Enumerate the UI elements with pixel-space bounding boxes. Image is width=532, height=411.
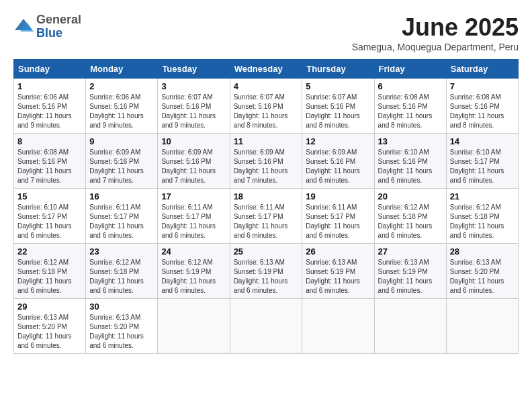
day-info: Sunrise: 6:10 AM Sunset: 5:17 PM Dayligh…	[450, 148, 515, 185]
calendar-day: 24Sunrise: 6:12 AM Sunset: 5:19 PM Dayli…	[158, 244, 230, 299]
day-number: 11	[234, 136, 299, 146]
day-info: Sunrise: 6:08 AM Sunset: 5:16 PM Dayligh…	[378, 93, 443, 130]
day-info: Sunrise: 6:12 AM Sunset: 5:18 PM Dayligh…	[17, 258, 82, 295]
calendar-day: 2Sunrise: 6:06 AM Sunset: 5:16 PM Daylig…	[86, 79, 158, 134]
day-info: Sunrise: 6:11 AM Sunset: 5:17 PM Dayligh…	[161, 203, 226, 240]
calendar-day	[374, 299, 446, 354]
calendar-day: 25Sunrise: 6:13 AM Sunset: 5:19 PM Dayli…	[230, 244, 302, 299]
column-header-friday: Friday	[374, 60, 446, 79]
calendar-body: 1Sunrise: 6:06 AM Sunset: 5:16 PM Daylig…	[14, 79, 519, 354]
day-number: 16	[89, 191, 154, 201]
calendar-day: 19Sunrise: 6:11 AM Sunset: 5:17 PM Dayli…	[302, 189, 374, 244]
calendar-week-3: 15Sunrise: 6:10 AM Sunset: 5:17 PM Dayli…	[14, 189, 519, 244]
day-number: 12	[306, 136, 370, 146]
calendar-week-2: 8Sunrise: 6:08 AM Sunset: 5:16 PM Daylig…	[14, 134, 519, 189]
day-number: 4	[234, 81, 299, 91]
title-area: June 2025 Samegua, Moquegua Department, …	[352, 13, 519, 52]
logo-blue: Blue	[36, 27, 81, 40]
calendar-day: 14Sunrise: 6:10 AM Sunset: 5:17 PM Dayli…	[446, 134, 518, 189]
logo-general: General	[36, 13, 81, 27]
calendar-day: 23Sunrise: 6:12 AM Sunset: 5:18 PM Dayli…	[86, 244, 158, 299]
day-info: Sunrise: 6:07 AM Sunset: 5:16 PM Dayligh…	[306, 93, 370, 130]
day-info: Sunrise: 6:09 AM Sunset: 5:16 PM Dayligh…	[161, 148, 226, 185]
day-info: Sunrise: 6:11 AM Sunset: 5:17 PM Dayligh…	[234, 203, 299, 240]
day-number: 28	[450, 246, 515, 257]
calendar-day: 8Sunrise: 6:08 AM Sunset: 5:16 PM Daylig…	[14, 134, 86, 189]
location-title: Samegua, Moquegua Department, Peru	[352, 42, 519, 52]
calendar-day	[158, 299, 230, 354]
day-info: Sunrise: 6:12 AM Sunset: 5:18 PM Dayligh…	[450, 203, 515, 240]
calendar-day: 28Sunrise: 6:13 AM Sunset: 5:20 PM Dayli…	[446, 244, 518, 299]
calendar-week-5: 29Sunrise: 6:13 AM Sunset: 5:20 PM Dayli…	[14, 299, 519, 354]
calendar-day: 12Sunrise: 6:09 AM Sunset: 5:16 PM Dayli…	[302, 134, 374, 189]
day-info: Sunrise: 6:07 AM Sunset: 5:16 PM Dayligh…	[161, 93, 226, 130]
logo: General Blue	[13, 13, 81, 40]
day-info: Sunrise: 6:09 AM Sunset: 5:16 PM Dayligh…	[89, 148, 154, 185]
calendar-week-1: 1Sunrise: 6:06 AM Sunset: 5:16 PM Daylig…	[14, 79, 519, 134]
day-number: 27	[378, 246, 443, 257]
column-header-sunday: Sunday	[14, 60, 86, 79]
calendar-day: 9Sunrise: 6:09 AM Sunset: 5:16 PM Daylig…	[86, 134, 158, 189]
calendar-day: 16Sunrise: 6:11 AM Sunset: 5:17 PM Dayli…	[86, 189, 158, 244]
day-number: 3	[161, 81, 226, 91]
column-header-monday: Monday	[86, 60, 158, 79]
calendar-table: SundayMondayTuesdayWednesdayThursdayFrid…	[13, 59, 519, 354]
calendar-header-row: SundayMondayTuesdayWednesdayThursdayFrid…	[14, 60, 519, 79]
page-header: General Blue June 2025 Samegua, Moquegua…	[13, 13, 519, 52]
month-title: June 2025	[352, 13, 519, 42]
calendar-day: 21Sunrise: 6:12 AM Sunset: 5:18 PM Dayli…	[446, 189, 518, 244]
day-info: Sunrise: 6:09 AM Sunset: 5:16 PM Dayligh…	[306, 148, 370, 185]
day-number: 6	[378, 81, 443, 91]
day-info: Sunrise: 6:09 AM Sunset: 5:16 PM Dayligh…	[234, 148, 299, 185]
day-number: 20	[378, 191, 443, 201]
day-number: 7	[450, 81, 515, 91]
day-number: 29	[17, 302, 82, 312]
day-number: 8	[17, 136, 82, 146]
calendar-day	[230, 299, 302, 354]
day-info: Sunrise: 6:13 AM Sunset: 5:19 PM Dayligh…	[234, 258, 299, 295]
day-number: 17	[161, 191, 226, 201]
calendar-week-4: 22Sunrise: 6:12 AM Sunset: 5:18 PM Dayli…	[14, 244, 519, 299]
day-info: Sunrise: 6:08 AM Sunset: 5:16 PM Dayligh…	[17, 148, 82, 185]
column-header-tuesday: Tuesday	[158, 60, 230, 79]
day-number: 9	[89, 136, 154, 146]
column-header-wednesday: Wednesday	[230, 60, 302, 79]
day-info: Sunrise: 6:06 AM Sunset: 5:16 PM Dayligh…	[89, 93, 154, 130]
day-number: 5	[306, 81, 370, 91]
calendar-day: 1Sunrise: 6:06 AM Sunset: 5:16 PM Daylig…	[14, 79, 86, 134]
day-info: Sunrise: 6:10 AM Sunset: 5:16 PM Dayligh…	[378, 148, 443, 185]
calendar-day: 4Sunrise: 6:07 AM Sunset: 5:16 PM Daylig…	[230, 79, 302, 134]
day-number: 18	[234, 191, 299, 201]
calendar-day: 27Sunrise: 6:13 AM Sunset: 5:19 PM Dayli…	[374, 244, 446, 299]
day-info: Sunrise: 6:13 AM Sunset: 5:20 PM Dayligh…	[89, 313, 154, 351]
calendar-day: 13Sunrise: 6:10 AM Sunset: 5:16 PM Dayli…	[374, 134, 446, 189]
calendar-day	[446, 299, 518, 354]
day-info: Sunrise: 6:12 AM Sunset: 5:19 PM Dayligh…	[161, 258, 226, 295]
logo-text: General Blue	[36, 13, 81, 40]
day-info: Sunrise: 6:08 AM Sunset: 5:16 PM Dayligh…	[450, 93, 515, 130]
calendar-day: 26Sunrise: 6:13 AM Sunset: 5:19 PM Dayli…	[302, 244, 374, 299]
day-info: Sunrise: 6:13 AM Sunset: 5:19 PM Dayligh…	[306, 258, 370, 295]
day-number: 2	[89, 81, 154, 91]
day-info: Sunrise: 6:12 AM Sunset: 5:18 PM Dayligh…	[89, 258, 154, 295]
day-info: Sunrise: 6:11 AM Sunset: 5:17 PM Dayligh…	[306, 203, 370, 240]
day-info: Sunrise: 6:13 AM Sunset: 5:20 PM Dayligh…	[17, 313, 82, 351]
calendar-day: 10Sunrise: 6:09 AM Sunset: 5:16 PM Dayli…	[158, 134, 230, 189]
day-number: 22	[17, 246, 82, 257]
column-header-saturday: Saturday	[446, 60, 518, 79]
day-number: 19	[306, 191, 370, 201]
column-header-thursday: Thursday	[302, 60, 374, 79]
day-number: 23	[89, 246, 154, 257]
day-info: Sunrise: 6:13 AM Sunset: 5:19 PM Dayligh…	[378, 258, 443, 295]
calendar-day: 6Sunrise: 6:08 AM Sunset: 5:16 PM Daylig…	[374, 79, 446, 134]
day-number: 10	[161, 136, 226, 146]
day-number: 1	[17, 81, 82, 91]
calendar-day: 15Sunrise: 6:10 AM Sunset: 5:17 PM Dayli…	[14, 189, 86, 244]
calendar-day: 7Sunrise: 6:08 AM Sunset: 5:16 PM Daylig…	[446, 79, 518, 134]
calendar-day: 29Sunrise: 6:13 AM Sunset: 5:20 PM Dayli…	[14, 299, 86, 354]
calendar-day: 11Sunrise: 6:09 AM Sunset: 5:16 PM Dayli…	[230, 134, 302, 189]
day-number: 13	[378, 136, 443, 146]
day-info: Sunrise: 6:10 AM Sunset: 5:17 PM Dayligh…	[17, 203, 82, 240]
calendar-day: 18Sunrise: 6:11 AM Sunset: 5:17 PM Dayli…	[230, 189, 302, 244]
calendar-day: 5Sunrise: 6:07 AM Sunset: 5:16 PM Daylig…	[302, 79, 374, 134]
